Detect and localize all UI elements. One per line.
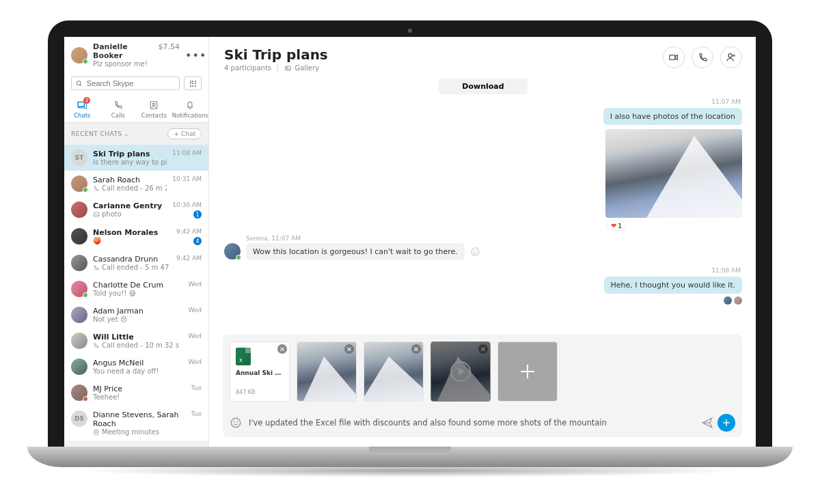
react-button[interactable] xyxy=(470,247,480,257)
video-call-button[interactable] xyxy=(663,46,685,68)
chat-list-item[interactable]: Angus McNeilYou need a day off!Wed xyxy=(64,354,208,380)
message-bubble-in: Wow this location is gorgeous! I can't w… xyxy=(246,243,465,260)
remove-attachment-icon[interactable]: ✕ xyxy=(411,344,421,354)
svg-point-9 xyxy=(728,54,732,57)
chat-list-item[interactable]: DSDianne Stevens, Sarah RoachMeeting min… xyxy=(64,406,208,440)
plus-icon xyxy=(722,418,731,428)
gallery-link[interactable]: Gallery xyxy=(284,64,319,72)
chat-time: Wed xyxy=(188,281,202,288)
send-icon[interactable] xyxy=(701,417,713,429)
remove-attachment-icon[interactable]: ✕ xyxy=(478,344,488,354)
chat-name: Angus McNeil xyxy=(93,359,182,367)
tab-notifications[interactable]: Notifications xyxy=(172,96,208,122)
avatar xyxy=(71,333,87,349)
chat-name: Carianne Gentry xyxy=(93,201,167,210)
svg-point-14 xyxy=(234,421,234,422)
chat-name: MJ Price xyxy=(93,384,186,393)
svg-point-12 xyxy=(476,251,477,251)
chat-preview: You need a day off! xyxy=(93,367,182,375)
chat-preview: 🍑 xyxy=(93,237,171,244)
recent-chats-label[interactable]: RECENT CHATS ⌄ xyxy=(71,130,128,137)
chat-time: Wed xyxy=(188,359,202,365)
excel-file-icon xyxy=(236,348,251,365)
participants-count[interactable]: 4 participants xyxy=(224,64,271,72)
tab-contacts[interactable]: Contacts xyxy=(136,96,172,122)
svg-line-1 xyxy=(80,85,81,86)
chat-list-item[interactable]: STSki Trip plansIs there any way to pin … xyxy=(64,145,208,171)
remove-attachment-icon[interactable]: ✕ xyxy=(344,344,354,354)
chat-time: 10:31 AM xyxy=(172,176,202,182)
avatar xyxy=(71,201,87,218)
avatar xyxy=(71,255,87,271)
sidebar-tabs: 2 Chats Calls Contacts Notifications xyxy=(64,96,208,123)
gallery-icon xyxy=(284,65,292,72)
new-chat-button[interactable]: +Chat xyxy=(167,128,202,139)
chat-time: Tue xyxy=(191,384,202,391)
phone-icon xyxy=(698,53,708,63)
audio-call-button[interactable] xyxy=(692,46,713,68)
message-author-time: Serena, 11:07 AM xyxy=(246,235,480,242)
attachment-file[interactable]: ✕ Annual Ski Trip… 847 KB xyxy=(230,341,290,402)
self-name: Danielle Booker xyxy=(93,42,154,60)
chat-list-item[interactable]: Nelson Morales🍑9:42 AM4 xyxy=(64,223,208,250)
message-bubble-out: Hehe, I thought you would like it. xyxy=(604,277,742,294)
tab-chats[interactable]: 2 Chats xyxy=(64,96,100,122)
attachment-filename: Annual Ski Trip… xyxy=(236,369,284,376)
add-participant-button[interactable] xyxy=(720,46,742,68)
chat-list-item[interactable]: Charlotte De CrumTold you!! 😄Wed xyxy=(64,276,208,302)
video-icon xyxy=(668,52,679,63)
chat-icon xyxy=(64,100,100,111)
chat-list-item[interactable]: Sarah RoachCall ended - 26 m 23 s10:31 A… xyxy=(64,171,208,197)
chat-name: Charlotte De Crum xyxy=(93,281,182,290)
send-button[interactable] xyxy=(718,414,735,432)
message-bubble-out: I also have photos of the location xyxy=(603,108,742,125)
tab-calls[interactable]: Calls xyxy=(100,96,137,122)
attachment-video[interactable]: ✕ xyxy=(430,341,491,402)
chat-time: 9:42 AM xyxy=(176,228,202,235)
chat-list-item[interactable]: Adam JarmanNot yet 😔Wed xyxy=(64,302,208,328)
chat-name: Nelson Morales xyxy=(93,228,171,237)
compose-input[interactable]: I've updated the Excel file with discoun… xyxy=(249,418,607,428)
chat-list-item[interactable]: Cassandra DrunnCall ended - 5 m 47 s9:42… xyxy=(64,250,208,276)
chat-time: 10:30 AM xyxy=(172,201,202,208)
more-icon[interactable]: ••• xyxy=(185,49,202,62)
unread-badge: 4 xyxy=(193,237,202,245)
chat-name: Cassandra Drunn xyxy=(93,255,171,264)
seen-avatar xyxy=(734,296,742,305)
attachment-image[interactable]: ✕ xyxy=(297,341,357,402)
svg-point-10 xyxy=(472,248,479,255)
chat-list-item[interactable]: Will LittleCall ended - 10 m 32 sWed xyxy=(64,328,208,354)
dialpad-button[interactable] xyxy=(184,76,202,90)
chat-name: Sarah Roach xyxy=(93,176,167,184)
add-attachment-button[interactable] xyxy=(497,341,558,402)
bell-icon xyxy=(172,100,208,111)
reaction-pill[interactable]: ❤ 1 xyxy=(607,221,626,231)
avatar xyxy=(71,281,87,297)
chat-name: Ski Trip plans xyxy=(93,150,167,158)
search-input[interactable] xyxy=(87,79,175,87)
photo-attachment[interactable] xyxy=(605,129,742,218)
chat-list-item[interactable]: MJ PriceTeehee!Tue xyxy=(64,380,208,406)
avatar xyxy=(71,228,87,244)
chat-preview: Call ended - 10 m 32 s xyxy=(93,341,182,349)
svg-point-3 xyxy=(153,103,156,106)
reaction-count: 1 xyxy=(618,223,622,229)
download-button[interactable]: Download xyxy=(439,79,528,94)
svg-point-13 xyxy=(231,418,241,428)
attachment-image[interactable]: ✕ xyxy=(364,341,424,402)
timestamp: 11:08 AM xyxy=(226,267,741,274)
emoji-picker-button[interactable] xyxy=(230,417,242,429)
chat-list-item[interactable]: Carianne Gentryphoto10:30 AM1 xyxy=(64,197,208,223)
search-box[interactable] xyxy=(71,76,180,90)
chat-name: Dianne Stevens, Sarah Roach xyxy=(93,410,186,428)
sender-avatar[interactable] xyxy=(224,243,241,260)
chat-preview: photo xyxy=(93,210,167,218)
avatar xyxy=(71,359,87,375)
chat-preview: Teehee! xyxy=(93,393,186,401)
chat-time: Wed xyxy=(188,333,202,339)
chat-name: Will Little xyxy=(93,333,182,341)
search-icon xyxy=(76,80,83,87)
remove-attachment-icon[interactable]: ✕ xyxy=(277,344,287,354)
self-avatar[interactable] xyxy=(71,47,87,64)
chat-preview: Told you!! 😄 xyxy=(93,290,182,297)
